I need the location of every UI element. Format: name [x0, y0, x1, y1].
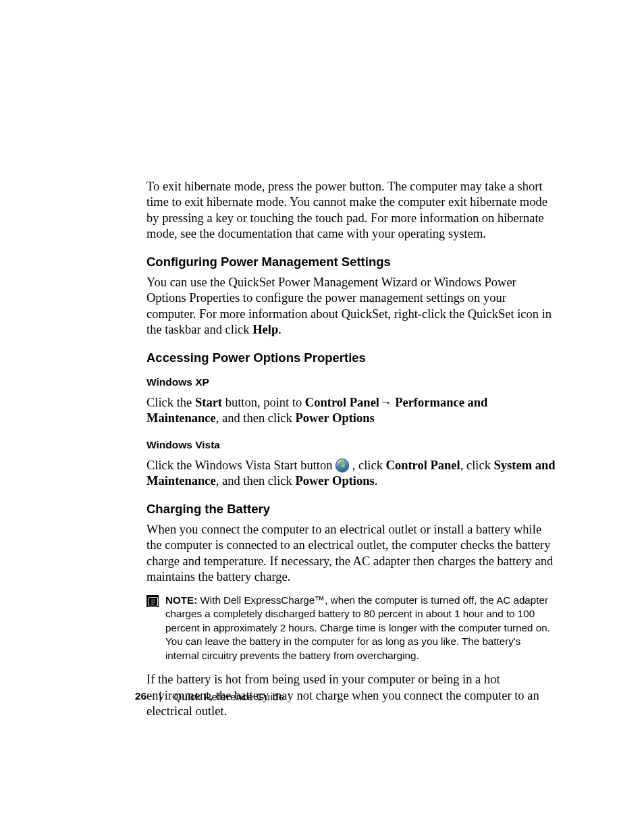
note-body: With Dell ExpressCharge™, when the compu…	[165, 594, 550, 661]
charging-paragraph: When you connect the computer to an elec…	[146, 522, 556, 585]
text: , click	[349, 459, 385, 472]
text: Click the	[146, 396, 195, 409]
bold-help: Help	[252, 323, 278, 336]
vista-paragraph: Click the Windows Vista Start button , c…	[146, 458, 556, 490]
config-paragraph: You can use the QuickSet Power Managemen…	[146, 275, 556, 338]
heading-xp: Windows XP	[146, 376, 556, 388]
page-footer: 26 | Quick Reference Guide	[135, 690, 285, 702]
text: , click	[460, 459, 494, 472]
bold-control-panel: Control Panel	[305, 396, 379, 409]
text: button, point to	[222, 396, 305, 409]
note-icon	[146, 595, 159, 607]
text: , and then click	[216, 411, 296, 425]
page-content: To exit hibernate mode, press the power …	[0, 0, 644, 720]
heading-accessing: Accessing Power Options Properties	[146, 350, 556, 365]
text: You can use the QuickSet Power Managemen…	[146, 276, 552, 336]
text: .	[278, 323, 281, 336]
heading-vista: Windows Vista	[146, 439, 556, 451]
windows-vista-start-icon	[336, 459, 349, 472]
text: , and then click	[216, 474, 296, 488]
heading-charging: Charging the Battery	[146, 502, 556, 517]
text: .	[375, 474, 378, 488]
bold-power-options: Power Options	[295, 474, 374, 488]
footer-separator: |	[159, 690, 161, 702]
bold-control-panel: Control Panel	[386, 459, 460, 472]
page-number: 26	[135, 690, 146, 702]
xp-paragraph: Click the Start button, point to Control…	[146, 395, 556, 427]
bold-power-options: Power Options	[295, 411, 374, 425]
text: Click the Windows Vista Start button	[146, 459, 336, 472]
bold-start: Start	[195, 396, 222, 409]
arrow: →	[379, 396, 395, 409]
intro-paragraph: To exit hibernate mode, press the power …	[146, 179, 556, 242]
footer-title: Quick Reference Guide	[173, 691, 284, 702]
note-label: NOTE:	[165, 594, 197, 606]
note-text: NOTE: With Dell ExpressCharge™, when the…	[165, 594, 556, 663]
note-block: NOTE: With Dell ExpressCharge™, when the…	[146, 594, 556, 663]
heading-configuring: Configuring Power Management Settings	[146, 255, 556, 269]
